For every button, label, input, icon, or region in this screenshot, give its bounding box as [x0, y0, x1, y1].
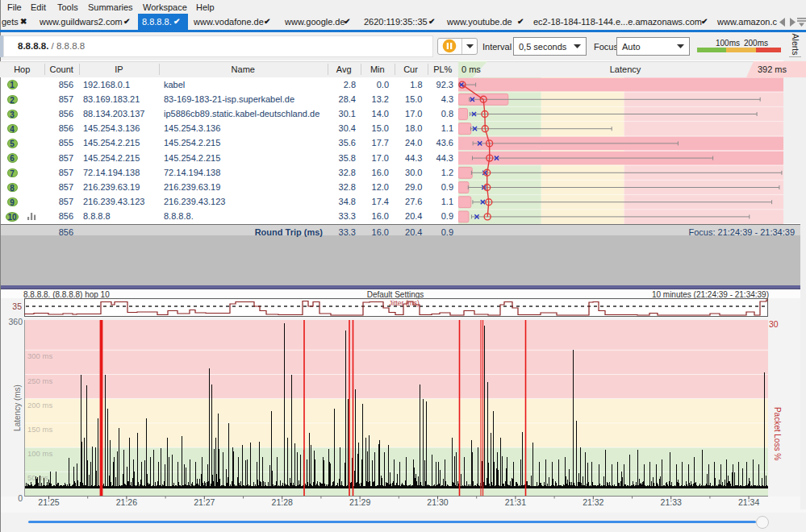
svg-text:50 ms: 50 ms: [27, 473, 48, 482]
svg-text:250 ms: 250 ms: [27, 376, 52, 385]
svg-text:150 ms: 150 ms: [27, 425, 52, 434]
svg-text:100 ms: 100 ms: [27, 449, 52, 458]
svg-text:200 ms: 200 ms: [27, 401, 52, 409]
svg-text:300 ms: 300 ms: [27, 351, 52, 360]
svg-text:Jitter (ms): Jitter (ms): [389, 299, 420, 307]
